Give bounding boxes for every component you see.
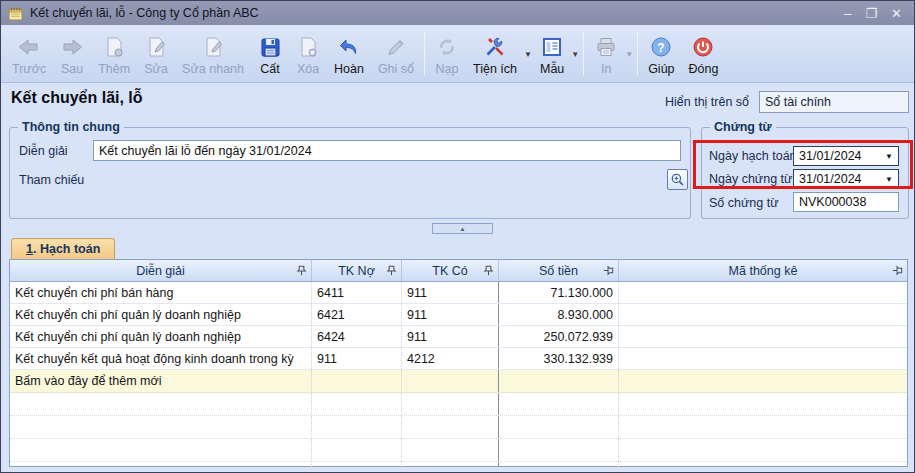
document-new-icon [102, 33, 126, 61]
voucher-date-combo[interactable]: 31/01/2024 ▼ [793, 169, 899, 189]
document-delete-icon [296, 33, 320, 61]
close-icon[interactable]: ✕ [891, 7, 902, 20]
posting-date-combo[interactable]: 31/01/2024 ▼ [793, 146, 899, 166]
floppy-save-icon [258, 33, 282, 61]
collapse-arrow-icon: ▲ [460, 226, 466, 232]
empty-row [10, 439, 907, 462]
column-header-tk-co[interactable]: TK Có [402, 260, 499, 281]
svg-text:?: ? [658, 40, 665, 54]
reference-lookup-button[interactable] [667, 169, 688, 190]
add-button[interactable]: Thêm [91, 27, 137, 81]
general-info-title: Thông tin chung [18, 120, 124, 135]
reload-button[interactable]: Nạp [428, 27, 466, 81]
page-title: Kết chuyển lãi, lỗ [11, 89, 143, 107]
utilities-button[interactable]: Tiện ích [466, 30, 524, 81]
document-edit-icon [144, 33, 168, 61]
utilities-dropdown-icon[interactable]: ▼ [524, 50, 533, 81]
collapse-header-button[interactable]: ▲ [432, 223, 493, 234]
tab-hach-toan[interactable]: 1. Hạch toán [11, 238, 115, 259]
print-button[interactable]: In [587, 30, 625, 81]
printer-icon [594, 33, 618, 61]
voucher-no-label: Số chứng từ [709, 196, 779, 210]
edit-button[interactable]: Sửa [137, 27, 175, 81]
template-button[interactable]: Mẫu [533, 30, 571, 81]
template-icon [540, 33, 564, 61]
previous-button[interactable]: Trước [5, 27, 53, 81]
app-icon [7, 5, 24, 22]
toolbar-separator [583, 32, 584, 76]
minimize-icon[interactable]: – [844, 7, 851, 20]
reference-label: Tham chiếu [19, 173, 84, 187]
delete-button[interactable]: Xóa [289, 27, 327, 81]
description-label: Diễn giải [19, 144, 68, 158]
table-row[interactable]: Kết chuyển chi phí bán hàng 6411 911 71.… [10, 282, 907, 304]
close-form-button[interactable]: Đóng [682, 27, 726, 81]
empty-row [10, 416, 907, 439]
grid-header-row: Diễn giải TK Nợ TK Có Số tiền Mã thống k… [10, 260, 907, 282]
column-header-dien-giai[interactable]: Diễn giải [10, 260, 312, 281]
voucher-group-title: Chứng từ [710, 120, 776, 135]
chevron-down-icon: ▼ [885, 152, 898, 161]
refresh-icon [435, 33, 459, 61]
arrow-left-icon [17, 33, 41, 61]
voucher-date-label: Ngày chứng từ [709, 172, 792, 186]
post-button[interactable]: Ghi sổ [371, 27, 421, 81]
pencil-icon [384, 33, 408, 61]
quick-edit-button[interactable]: Sửa nhanh [175, 27, 251, 81]
toolbar-separator [637, 32, 638, 76]
print-dropdown-icon[interactable]: ▼ [625, 50, 634, 81]
chevron-down-icon: ▼ [885, 175, 898, 184]
pin-horizontal-icon[interactable] [891, 264, 904, 277]
undo-button[interactable]: Hoàn [327, 27, 371, 81]
column-header-tk-no[interactable]: TK Nợ [312, 260, 402, 281]
arrow-right-icon [60, 33, 84, 61]
display-on-label: Hiển thị trên sổ [665, 95, 749, 109]
empty-row [10, 393, 907, 416]
toolbar: Trước Sau Thêm Sửa Sửa nhanh [1, 25, 914, 83]
pin-horizontal-icon[interactable] [602, 264, 615, 277]
help-button[interactable]: ? Giúp [641, 27, 681, 81]
document-edit-icon [201, 33, 225, 61]
posting-date-label: Ngày hạch toán [709, 149, 797, 163]
pin-icon[interactable] [385, 264, 398, 277]
titlebar: Kết chuyển lãi, lỗ - Công ty Cổ phần ABC… [1, 1, 914, 25]
magnifier-icon [670, 172, 685, 187]
table-row[interactable]: Kết chuyển kết quả hoạt động kinh doanh … [10, 348, 907, 370]
empty-row [10, 462, 907, 467]
accounting-grid: Diễn giải TK Nợ TK Có Số tiền Mã thống k… [9, 259, 908, 467]
pin-icon[interactable] [295, 264, 308, 277]
description-input[interactable] [93, 140, 681, 161]
maximize-icon[interactable]: ❐ [865, 7, 877, 20]
toolbar-separator [424, 32, 425, 76]
table-row[interactable]: Kết chuyển chi phí quản lý doanh nghiệp … [10, 304, 907, 326]
add-new-row[interactable]: Bấm vào đây để thêm mới [10, 370, 907, 393]
voucher-no-input[interactable] [793, 192, 899, 212]
pin-icon[interactable] [482, 264, 495, 277]
help-icon: ? [649, 33, 673, 61]
column-header-so-tien[interactable]: Số tiền [499, 260, 619, 281]
undo-arrow-icon [337, 33, 361, 61]
power-icon [691, 33, 715, 61]
table-row[interactable]: Kết chuyển chi phí quản lý doanh nghiệp … [10, 326, 907, 348]
save-button[interactable]: Cất [251, 27, 289, 81]
window-title: Kết chuyển lãi, lỗ - Công ty Cổ phần ABC [30, 6, 259, 20]
column-header-ma-thong-ke[interactable]: Mã thống kê [619, 260, 907, 281]
display-on-field[interactable]: Sổ tài chính [759, 91, 909, 113]
app-window: Kết chuyển lãi, lỗ - Công ty Cổ phần ABC… [0, 0, 915, 473]
next-button[interactable]: Sau [53, 27, 91, 81]
template-dropdown-icon[interactable]: ▼ [571, 50, 580, 81]
tools-icon [483, 33, 507, 61]
